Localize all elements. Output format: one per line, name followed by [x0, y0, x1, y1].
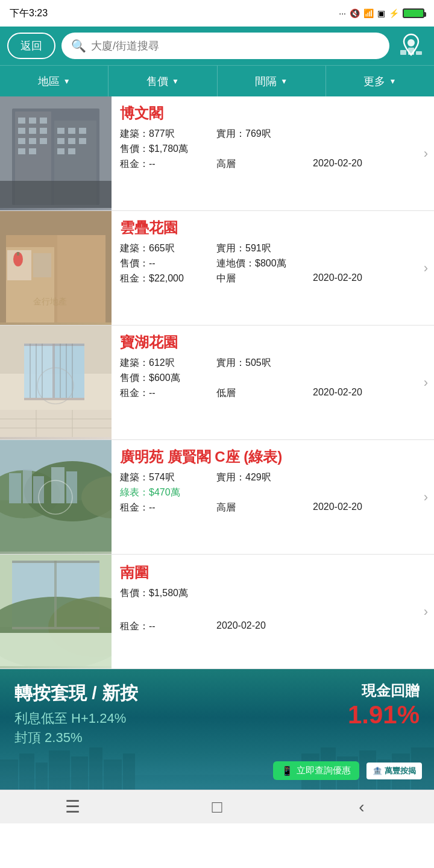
svg-rect-19 — [79, 128, 86, 134]
svg-rect-79 — [0, 760, 18, 790]
ad-sub1: 利息低至 H+1.24% — [14, 709, 138, 728]
listing-info-2: 雲疊花園 建築：665呎 實用：591呎 售價：-- 連地價：$800萬 租金：… — [112, 211, 434, 325]
wifi-icon: 📶 — [363, 8, 374, 18]
usable-area-3: 實用：505呎 — [216, 357, 301, 370]
nav-back-button[interactable]: ‹ — [344, 795, 380, 819]
listing-info-5: 南圍 售價：$1,580萬 租金：-- 2020-02-20 › — [112, 555, 434, 668]
filter-area[interactable]: 地區 ▼ — [0, 66, 108, 96]
chevron-down-icon: ▼ — [172, 77, 179, 86]
date-4: 2020-02-20 — [313, 502, 397, 514]
chevron-right-icon-1: › — [424, 146, 428, 162]
svg-rect-12 — [29, 128, 36, 134]
svg-rect-43 — [24, 398, 84, 400]
build-area-1: 建築：877呎 — [120, 128, 204, 140]
listing-image-2: 金行地產 — [0, 211, 112, 325]
svg-rect-10 — [40, 118, 47, 124]
svg-rect-40 — [24, 344, 54, 398]
svg-rect-80 — [19, 753, 34, 790]
whatsapp-icon: 📱 — [281, 766, 293, 776]
filter-price[interactable]: 售價 ▼ — [108, 66, 217, 96]
bottom-nav: ☰ □ ‹ — [0, 790, 434, 823]
menu-icon: ☰ — [65, 797, 80, 817]
ad-btn-label: 立即查詢優惠 — [297, 765, 351, 776]
listing-row-areas-3: 建築：612呎 實用：505呎 — [120, 357, 426, 370]
ad-banner[interactable]: 轉按套現 / 新按 利息低至 H+1.24% 封頂 2.35% 現金回贈 1.9… — [0, 669, 434, 790]
filter-bar: 地區 ▼ 售價 ▼ 間隔 ▼ 更多 ▼ — [0, 65, 434, 96]
svg-rect-13 — [40, 128, 47, 134]
svg-rect-41 — [54, 344, 84, 398]
svg-rect-65 — [51, 467, 64, 503]
rental-3: 租金：-- — [120, 387, 204, 400]
listing-title-1: 博文閣 — [120, 104, 426, 123]
listing-title-4: 廣明苑 廣賢閣 C座 (綠表) — [120, 447, 426, 467]
ad-logo: 🏦 萬豐按揭 — [366, 763, 422, 779]
listing-card-3[interactable]: 寶湖花園 建築：612呎 實用：505呎 售價：$600萬 租金：-- 低層 2… — [0, 326, 434, 440]
svg-rect-83 — [71, 756, 88, 790]
ad-bottom-actions: 📱 立即查詢優惠 🏦 萬豐按揭 — [273, 761, 422, 780]
listing-row-areas-2: 建築：665呎 實用：591呎 — [120, 242, 426, 255]
listing-row-rental-5: 租金：-- 2020-02-20 — [120, 620, 426, 633]
nav-home-button[interactable]: □ — [199, 795, 235, 819]
chevron-down-icon: ▼ — [280, 77, 288, 86]
sale-price-3: 售價：$600萬 — [120, 372, 204, 385]
svg-rect-17 — [57, 128, 64, 134]
listing-row-rental-3: 租金：-- 低層 2020-02-20 — [120, 387, 426, 400]
usable-area-1: 實用：769呎 — [216, 128, 301, 140]
back-button[interactable]: 返回 — [7, 33, 55, 59]
battery-icon — [403, 8, 424, 18]
listing-row-sale-5: 售價：$1,580萬 — [120, 587, 426, 600]
usable-area-4: 實用：429呎 — [216, 471, 301, 484]
svg-rect-75 — [12, 627, 99, 629]
search-input[interactable] — [91, 40, 380, 52]
listing-card-5[interactable]: 南圍 售價：$1,580萬 租金：-- 2020-02-20 › — [0, 555, 434, 669]
date-5: 2020-02-20 — [216, 620, 301, 633]
search-bar[interactable]: 🔍 — [61, 33, 389, 59]
listing-card-1[interactable]: 博文閣 建築：877呎 實用：769呎 售價：$1,780萬 租金：-- 高層 … — [0, 96, 434, 211]
nav-menu-button[interactable]: ☰ — [54, 795, 90, 819]
filter-area-label: 地區 — [38, 74, 60, 89]
green-price-4: 綠表：$470萬 — [120, 486, 204, 499]
filter-price-label: 售價 — [146, 74, 168, 89]
listing-card-2[interactable]: 金行地產 雲疊花園 建築：665呎 實用：591呎 售價：-- 連地價：$800… — [0, 211, 434, 326]
filter-layout[interactable]: 間隔 ▼ — [218, 66, 326, 96]
ad-inquiry-button[interactable]: 📱 立即查詢優惠 — [273, 761, 359, 780]
sale-price-2: 售價：-- — [120, 257, 204, 270]
listing-title-2: 雲疊花園 — [120, 218, 426, 237]
svg-rect-81 — [36, 763, 48, 790]
listing-row-rental-4: 租金：-- 高層 2020-02-20 — [120, 502, 426, 514]
chevron-right-icon-3: › — [424, 375, 428, 391]
svg-rect-2 — [408, 48, 414, 55]
ad-cashback-label: 現金回贈 — [348, 681, 420, 700]
svg-rect-66 — [66, 471, 77, 503]
floor-3: 低層 — [216, 387, 301, 400]
mute-icon: 🔇 — [350, 8, 360, 18]
listing-row-sale-3: 售價：$600萬 — [120, 372, 426, 385]
listing-info-1: 博文閣 建築：877呎 實用：769呎 售價：$1,780萬 租金：-- 高層 … — [112, 96, 434, 210]
listing-card-4[interactable]: 廣明苑 廣賢閣 C座 (綠表) 建築：574呎 實用：429呎 綠表：$470萬… — [0, 440, 434, 555]
svg-rect-44 — [52, 344, 55, 398]
svg-rect-84 — [89, 747, 102, 790]
back-icon: ‹ — [359, 797, 364, 817]
listing-image-5 — [0, 555, 112, 668]
map-button[interactable] — [395, 30, 427, 63]
rental-4: 租金：-- — [120, 502, 204, 514]
listing-row-green-4: 綠表：$470萬 — [120, 486, 426, 499]
svg-rect-24 — [29, 148, 36, 154]
svg-rect-14 — [18, 138, 25, 144]
data-icon: ▣ — [377, 8, 385, 18]
svg-rect-8 — [18, 118, 25, 124]
filter-more[interactable]: 更多 ▼ — [326, 66, 434, 96]
listing-row-spacer-5 — [120, 605, 426, 615]
status-icons: ··· 🔇 📶 ▣ ⚡ — [339, 8, 424, 18]
land-price-2: 連地價：$800萬 — [216, 257, 301, 270]
filter-more-label: 更多 — [363, 74, 385, 89]
rental-2: 租金：$22,000 — [120, 272, 204, 285]
ad-rate: 1.91% — [348, 700, 420, 729]
listing-row-rental-1: 租金：-- 高層 2020-02-20 — [120, 158, 426, 171]
chevron-down-icon: ▼ — [389, 77, 396, 86]
floor-2: 中層 — [216, 272, 301, 285]
svg-rect-22 — [79, 138, 86, 144]
build-area-3: 建築：612呎 — [120, 357, 204, 370]
date-1: 2020-02-20 — [313, 158, 397, 171]
listing-row-rental-2: 租金：$22,000 中層 2020-02-20 — [120, 272, 426, 285]
